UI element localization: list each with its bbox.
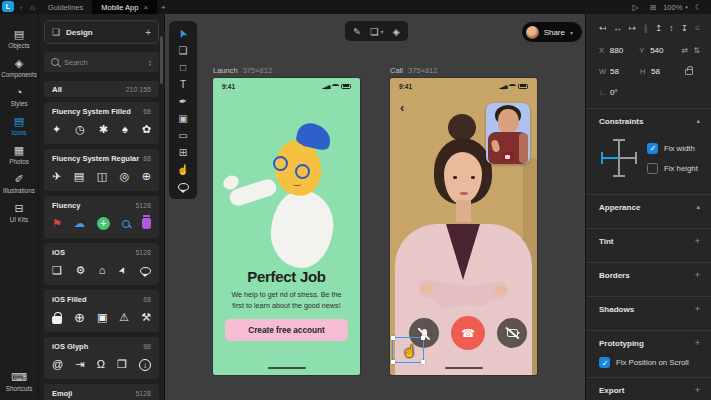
add-icon[interactable]: +: [97, 217, 110, 230]
wrench-icon[interactable]: ⚒: [141, 311, 151, 324]
chevron-right-icon[interactable]: ›: [16, 0, 26, 14]
add-page-button[interactable]: +: [145, 27, 151, 38]
hand-tool[interactable]: ☝: [169, 161, 197, 178]
align-left-icon[interactable]: ↤: [599, 23, 606, 33]
sidebar-item-objects[interactable]: ▤Objects: [0, 24, 38, 53]
collapse-section-icon[interactable]: ▴: [696, 117, 700, 125]
search-colored-icon[interactable]: [122, 220, 130, 228]
checkbox-unchecked-icon[interactable]: [647, 163, 658, 174]
fix-width-option[interactable]: Fix width: [647, 143, 698, 154]
backpack-icon[interactable]: ▤: [74, 170, 84, 183]
icon-category-header[interactable]: iOS Filled68: [52, 295, 151, 304]
app-logo-icon[interactable]: L: [2, 1, 14, 12]
collapse-all-icon[interactable]: ↨: [148, 58, 152, 67]
open-book-icon[interactable]: ◫: [97, 170, 107, 183]
home-icon[interactable]: ⌂: [26, 0, 39, 14]
warning-icon[interactable]: ⚠: [119, 311, 129, 324]
artboard-call[interactable]: 9:41 ▂▄▆ ‹: [390, 78, 537, 375]
artboard-tool[interactable]: ❏: [169, 42, 197, 59]
constraints-diagram[interactable]: [599, 135, 639, 181]
icon-category-header[interactable]: Emoji5128: [52, 389, 151, 398]
create-account-button[interactable]: Create free account: [225, 319, 348, 341]
icon-category-header[interactable]: Fluency System Filled68: [52, 107, 151, 116]
tab-guidelines[interactable]: Guidelines: [39, 0, 92, 14]
image-tool[interactable]: ▣: [169, 110, 197, 127]
comment-tool[interactable]: [169, 178, 197, 195]
copy-icon[interactable]: ❐: [117, 358, 127, 371]
new-tab-button[interactable]: +: [157, 0, 170, 14]
acorn-icon[interactable]: ✦: [52, 123, 61, 136]
add-export-icon[interactable]: +: [695, 385, 700, 395]
components-tool[interactable]: ⊞: [169, 144, 197, 161]
pen-tool[interactable]: ✒: [169, 93, 197, 110]
text-tool[interactable]: T: [169, 76, 197, 93]
distribute-v-icon[interactable]: ≡: [695, 23, 700, 33]
icon-category-header[interactable]: Fluency System Regular88: [52, 154, 151, 163]
alarm-clock-icon[interactable]: ◷: [75, 123, 85, 136]
sign-in-icon[interactable]: ⇥: [75, 358, 84, 371]
library-scrollbar[interactable]: [160, 36, 163, 84]
checkbox-checked-icon[interactable]: [647, 143, 658, 154]
globe-icon[interactable]: ⊕: [142, 170, 151, 183]
flip-camera-icon[interactable]: [502, 152, 514, 161]
add-shadow-icon[interactable]: +: [695, 304, 700, 314]
flower-icon[interactable]: ✿: [142, 123, 151, 136]
rectangle-tool[interactable]: □: [169, 59, 197, 76]
artboard-label-call[interactable]: Call 375×812: [390, 66, 437, 75]
sidebar-item-photos[interactable]: ▦Photos: [0, 140, 38, 169]
chevron-down-icon[interactable]: ▾: [685, 4, 688, 10]
end-call-button[interactable]: ☎: [451, 316, 485, 350]
align-top-icon[interactable]: ↥: [655, 23, 662, 33]
x-field[interactable]: 880: [610, 46, 636, 55]
icon-category-header[interactable]: Fluency5128: [52, 201, 151, 210]
rotation-field[interactable]: 0°: [610, 88, 637, 97]
trash-icon[interactable]: [142, 218, 151, 229]
sidebar-item-icons[interactable]: ▤Icons: [0, 111, 38, 140]
grid-view-icon[interactable]: ⊞: [645, 3, 660, 12]
flip-vertical-icon[interactable]: ⇅: [693, 46, 700, 55]
tab-mobile-app[interactable]: Mobile App ×: [92, 0, 157, 14]
sidebar-item-components[interactable]: ◈Components: [0, 53, 38, 82]
add-prototype-icon[interactable]: +: [695, 338, 700, 348]
back-button[interactable]: ‹: [400, 100, 404, 115]
button-tool[interactable]: ▭: [169, 127, 197, 144]
bell-icon[interactable]: Ω: [97, 358, 105, 371]
chat-bubble-icon[interactable]: [140, 267, 151, 275]
height-field[interactable]: 58: [651, 67, 678, 76]
sidebar-item-ui-kits[interactable]: ⊟UI Kits: [0, 198, 38, 227]
flip-horizontal-icon[interactable]: ⇄: [682, 46, 689, 55]
zoom-level[interactable]: 100%: [663, 3, 682, 12]
bookmark-icon[interactable]: ⚑: [52, 217, 62, 230]
cd-icon[interactable]: ◎: [120, 170, 130, 183]
section-tint[interactable]: Tint +: [599, 229, 700, 253]
download-circle-icon[interactable]: ↓: [139, 359, 151, 371]
section-constraints[interactable]: Constraints ▴: [599, 109, 700, 133]
cloud-download-icon[interactable]: ☁: [74, 217, 85, 230]
cursor-icon[interactable]: ➤: [115, 264, 130, 276]
search-box[interactable]: ↨: [44, 52, 159, 72]
at-icon[interactable]: @: [52, 358, 63, 371]
theme-toggle-icon[interactable]: ☾: [691, 3, 706, 12]
play-icon[interactable]: ▷: [628, 3, 642, 12]
add-border-icon[interactable]: +: [695, 270, 700, 280]
icon-category-header[interactable]: iOS5128: [52, 248, 151, 257]
pencil-tool[interactable]: ✎: [353, 26, 361, 37]
artboard-label-launch[interactable]: Launch 375×812: [213, 66, 272, 75]
design-header[interactable]: ❏ Design +: [44, 20, 159, 44]
lock-ratio-icon[interactable]: [685, 69, 693, 75]
section-appearance[interactable]: Apperance ▴: [599, 195, 700, 219]
artboard-launch[interactable]: 9:41 ▂▄▆ Perfect Job We help to get rid …: [213, 78, 360, 375]
fix-height-option[interactable]: Fix height: [647, 163, 698, 174]
checkbox-checked-icon[interactable]: [599, 357, 610, 368]
leaf-icon[interactable]: ♠: [122, 123, 128, 136]
pip-video-window[interactable]: [486, 103, 530, 164]
sidebar-item-illustrations[interactable]: ✐Illustrations: [0, 169, 38, 198]
fix-position-option[interactable]: Fix Position on Scroll: [599, 357, 700, 368]
drone-icon[interactable]: ✈: [52, 170, 61, 183]
add-circle-icon[interactable]: ⊕: [74, 311, 85, 324]
select-tool[interactable]: ➤: [169, 25, 197, 42]
home-icon[interactable]: ⌂: [99, 264, 106, 277]
distribute-h-icon[interactable]: ∥: [643, 23, 647, 33]
section-export[interactable]: Export +: [599, 378, 700, 400]
canvas[interactable]: ➤❏□T✒▣▭⊞☝ ✎ ❏▾ ◈ Share ▾ Launch 375×812 …: [165, 14, 585, 400]
